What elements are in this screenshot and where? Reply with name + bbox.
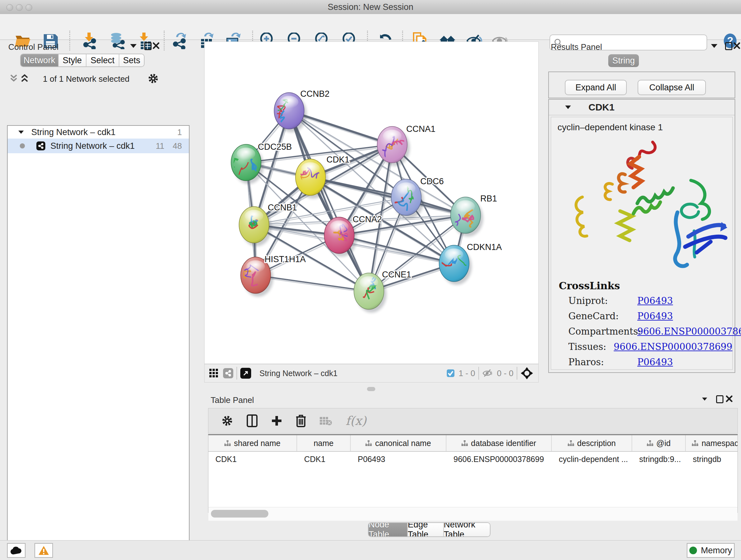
edge-count: 48 — [173, 141, 182, 151]
column-network-icon — [647, 439, 653, 448]
control-panel: Control Panel NetworkStyleSelectSets 1 o… — [0, 40, 204, 540]
gene-collapse-icon[interactable] — [565, 106, 571, 109]
table-row[interactable]: CDK1CDK1P064939606.ENSP00000378699cyclin… — [208, 452, 738, 466]
tab-network-table[interactable]: Network Table — [444, 523, 490, 537]
column-label: @id — [657, 439, 671, 448]
table-panel-title: Table Panel — [211, 395, 254, 405]
table-panel-float-icon[interactable] — [716, 395, 724, 403]
results-panel-close-icon[interactable] — [733, 42, 740, 49]
control-panel-collapse-icon[interactable] — [130, 44, 137, 48]
column-label: database identifier — [471, 439, 536, 448]
add-column-plus-icon[interactable] — [271, 415, 282, 427]
results-panel-collapse-icon[interactable] — [711, 44, 718, 48]
table-cell[interactable]: CDK1 — [208, 455, 297, 464]
main-toolbar: ? — [0, 14, 741, 40]
horizontal-splitter-grip[interactable] — [367, 387, 375, 391]
cloud-button[interactable] — [7, 543, 25, 558]
selected-checkbox-icon[interactable] — [447, 369, 455, 377]
network-row[interactable]: String Network – cdk1 11 48 — [8, 138, 189, 153]
crosslink-label: Pharos: — [568, 357, 637, 368]
column-network-icon — [461, 439, 468, 448]
crosslink-value-link[interactable]: P06493 — [637, 357, 673, 368]
crosslink-label: Compartments: — [568, 326, 637, 337]
memory-label: Memory — [701, 546, 732, 556]
status-bar: Memory — [0, 540, 741, 560]
table-cell[interactable]: stringdb — [686, 455, 738, 464]
table-cell[interactable]: 9606.ENSP00000378699 — [447, 455, 552, 464]
show-columns-icon[interactable] — [247, 415, 258, 427]
results-panel-float-icon[interactable] — [725, 42, 732, 50]
gene-section-header[interactable]: CDK1 — [549, 100, 735, 115]
crosslink-value-link[interactable]: P06493 — [637, 311, 673, 321]
node-label: CCNA2 — [353, 214, 382, 224]
gene-full-name: cyclin–dependent kinase 1 — [557, 122, 732, 132]
tab-string[interactable]: String — [608, 54, 639, 67]
column-header-id[interactable]: @id — [632, 435, 686, 451]
network-collection-row[interactable]: String Network – cdk1 1 — [8, 126, 189, 138]
table-panel-collapse-icon[interactable] — [702, 397, 707, 401]
crosslink-value-link[interactable]: 9606.ENSP00000378699 — [614, 341, 732, 352]
network-view-footer: String Network – cdk1 1 - 0 0 - 0 — [204, 364, 539, 382]
results-panel: Results Panel String Expand All Collapse… — [539, 40, 741, 393]
table-horizontal-scrollbar[interactable] — [208, 507, 738, 521]
node-label: RB1 — [480, 194, 497, 203]
table-cell[interactable]: cyclin-dependent ... — [552, 455, 632, 464]
column-network-icon — [224, 439, 231, 448]
cloud-icon — [10, 546, 22, 555]
control-panel-close-icon[interactable] — [152, 42, 159, 49]
window-title: Session: New Session — [0, 0, 741, 14]
control-panel-float-icon[interactable] — [144, 42, 151, 50]
table-settings-gear-icon[interactable] — [221, 415, 233, 427]
column-header-databaseidentifier[interactable]: database identifier — [447, 435, 552, 451]
crosslink-value-link[interactable]: P06493 — [637, 295, 673, 306]
node-table[interactable]: shared namenamecanonical namedatabase id… — [208, 434, 738, 513]
warning-icon — [38, 546, 49, 555]
crosslink-value-link[interactable]: 9606.ENSP00000378699 — [637, 326, 741, 337]
node-count: 11 — [156, 141, 164, 151]
column-header-namespace[interactable]: namespace — [686, 435, 738, 451]
grid-view-icon[interactable] — [209, 368, 219, 378]
crosslink-row: Tissues:9606.ENSP00000378699 — [568, 341, 732, 352]
tab-edge-table[interactable]: Edge Table — [408, 523, 444, 537]
warnings-button[interactable] — [35, 543, 53, 558]
collapse-all-button[interactable]: Collapse All — [637, 80, 706, 95]
crosslink-row: Uniprot:P06493 — [568, 295, 732, 306]
column-header-canonicalname[interactable]: canonical name — [351, 435, 447, 451]
network-options-gear-icon[interactable] — [147, 73, 159, 84]
network-type-icon — [37, 141, 45, 150]
tab-sets[interactable]: Sets — [119, 54, 144, 66]
hidden-eye-slash-icon — [482, 369, 494, 378]
network-canvas[interactable]: CCNB2CCNA1CDC25BCDK1CDC6RB1CCNB1CCNA2CDK… — [204, 42, 539, 364]
tab-node-table[interactable]: Node Table — [368, 523, 408, 537]
collapse-all-chevron-icon[interactable] — [20, 73, 29, 83]
memory-button[interactable]: Memory — [687, 543, 735, 558]
gene-symbol: CDK1 — [589, 102, 615, 113]
tab-select[interactable]: Select — [86, 54, 119, 66]
tree-expand-icon[interactable] — [18, 131, 24, 134]
column-header-sharedname[interactable]: shared name — [208, 435, 297, 451]
column-header-description[interactable]: description — [552, 435, 632, 451]
crosslinks-rows: Uniprot:P06493GeneCard:P06493Compartment… — [568, 295, 732, 368]
crosslink-label: Uniprot: — [568, 295, 637, 306]
control-panel-tabs: NetworkStyleSelectSets — [20, 54, 145, 67]
selected-counts: 1 - 0 — [459, 368, 475, 378]
expand-all-button[interactable]: Expand All — [565, 80, 627, 95]
node-label: CCNB1 — [268, 203, 297, 212]
table-cell[interactable]: CDK1 — [297, 455, 351, 464]
birdseye-navigator-icon[interactable] — [521, 367, 533, 380]
table-cell[interactable]: stringdb:9... — [632, 455, 686, 464]
scrollbar-thumb[interactable] — [211, 510, 268, 517]
tab-style[interactable]: Style — [59, 54, 86, 66]
title-bar: Session: New Session — [0, 0, 741, 14]
delete-column-trash-icon[interactable] — [296, 415, 306, 427]
table-cell[interactable]: P06493 — [351, 455, 447, 464]
network-label: String Network – cdk1 — [51, 141, 135, 151]
table-panel-close-icon[interactable] — [726, 395, 733, 402]
gene-details-box: cyclin–dependent kinase 1 — [551, 117, 733, 370]
expand-all-chevron-icon[interactable] — [9, 73, 18, 83]
string-network-graph[interactable]: CCNB2CCNA1CDC25BCDK1CDC6RB1CCNB1CCNA2CDK… — [205, 42, 538, 364]
crosslink-row: Pharos:P06493 — [568, 357, 732, 368]
column-header-name[interactable]: name — [297, 435, 351, 451]
open-view-icon[interactable] — [240, 368, 251, 379]
tab-network[interactable]: Network — [21, 54, 59, 66]
